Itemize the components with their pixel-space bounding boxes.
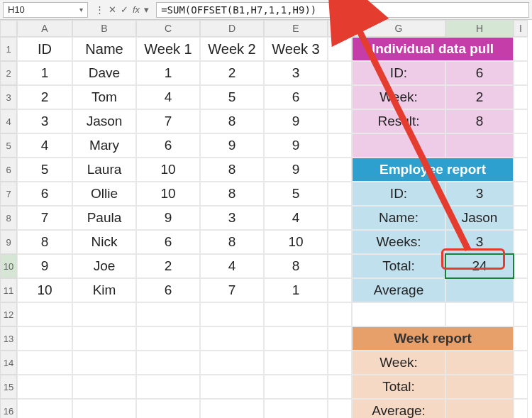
row-header-1[interactable]: 1	[0, 37, 17, 61]
cell-A12[interactable]	[17, 302, 72, 326]
cell-B14[interactable]	[72, 351, 136, 375]
cell-E2[interactable]: 3	[264, 61, 328, 85]
cell-E14[interactable]	[264, 351, 328, 375]
cell-C13[interactable]	[136, 326, 200, 351]
cell-D5[interactable]: 9	[200, 133, 264, 158]
chevron-down-icon[interactable]: ▾	[144, 4, 149, 15]
cell-D11[interactable]: 7	[200, 278, 264, 302]
cell-B5[interactable]: Mary	[72, 133, 136, 158]
cell-F14[interactable]	[328, 351, 352, 375]
cell-F3[interactable]	[328, 85, 352, 109]
cell-E7[interactable]: 5	[264, 182, 328, 206]
cell-A14[interactable]	[17, 351, 72, 375]
select-all-corner[interactable]	[0, 20, 17, 37]
cell-G16[interactable]: Average:	[352, 399, 445, 418]
cell-C16[interactable]	[136, 399, 200, 418]
cell-I5[interactable]	[514, 133, 528, 158]
column-header-F[interactable]: F	[328, 20, 352, 37]
cell-D3[interactable]: 5	[200, 85, 264, 109]
cell-F12[interactable]	[328, 302, 352, 326]
cell-G11[interactable]: Average	[352, 278, 445, 302]
cell-E6[interactable]: 9	[264, 158, 328, 182]
cell-F11[interactable]	[328, 278, 352, 302]
cell-F7[interactable]	[328, 182, 352, 206]
row-header-15[interactable]: 15	[0, 375, 17, 399]
cell-A9[interactable]: 8	[17, 230, 72, 254]
cell-C11[interactable]: 6	[136, 278, 200, 302]
cell-A1[interactable]: ID	[17, 37, 72, 61]
column-header-I[interactable]: I	[514, 20, 528, 37]
row-header-8[interactable]: 8	[0, 206, 17, 230]
cell-G12[interactable]	[352, 302, 445, 326]
column-header-A[interactable]: A	[17, 20, 72, 37]
row-header-3[interactable]: 3	[0, 85, 17, 109]
cell-H10[interactable]: 24	[445, 254, 514, 278]
cell-I11[interactable]	[514, 278, 528, 302]
cell-A11[interactable]: 10	[17, 278, 72, 302]
cell-F2[interactable]	[328, 61, 352, 85]
cell-I14[interactable]	[514, 351, 528, 375]
cell-D14[interactable]	[200, 351, 264, 375]
cell-A13[interactable]	[17, 326, 72, 351]
cell-E8[interactable]: 4	[264, 206, 328, 230]
cell-F6[interactable]	[328, 158, 352, 182]
cell-H5[interactable]	[445, 133, 514, 158]
cell-E16[interactable]	[264, 399, 328, 418]
cell-I1[interactable]	[514, 37, 528, 61]
cell-A15[interactable]	[17, 375, 72, 399]
cell-I16[interactable]	[514, 399, 528, 418]
cell-A6[interactable]: 5	[17, 158, 72, 182]
cell-C3[interactable]: 4	[136, 85, 200, 109]
cell-H16[interactable]	[445, 399, 514, 418]
row-header-10[interactable]: 10	[0, 254, 17, 278]
cell-E11[interactable]: 1	[264, 278, 328, 302]
cell-C10[interactable]: 2	[136, 254, 200, 278]
cell-I3[interactable]	[514, 85, 528, 109]
cell-D15[interactable]	[200, 375, 264, 399]
cell-C8[interactable]: 9	[136, 206, 200, 230]
cell-H7[interactable]: 3	[445, 182, 514, 206]
cell-E5[interactable]: 9	[264, 133, 328, 158]
cell-G2[interactable]: ID:	[352, 61, 445, 85]
cell-G10[interactable]: Total:	[352, 254, 445, 278]
cell-B4[interactable]: Jason	[72, 109, 136, 133]
cell-F8[interactable]	[328, 206, 352, 230]
row-header-6[interactable]: 6	[0, 158, 17, 182]
cell-A3[interactable]: 2	[17, 85, 72, 109]
cell-E4[interactable]: 9	[264, 109, 328, 133]
formula-input[interactable]: =SUM(OFFSET(B1,H7,1,1,H9))	[156, 2, 529, 18]
column-header-E[interactable]: E	[264, 20, 328, 37]
cell-A4[interactable]: 3	[17, 109, 72, 133]
chevron-down-icon[interactable]: ▾	[79, 6, 83, 13]
cell-G6[interactable]: Employee report	[352, 158, 514, 182]
column-header-H[interactable]: H	[445, 20, 514, 37]
cell-A16[interactable]	[17, 399, 72, 418]
cell-G13[interactable]: Week report	[352, 326, 514, 351]
row-header-14[interactable]: 14	[0, 351, 17, 375]
cell-E15[interactable]	[264, 375, 328, 399]
cell-G5[interactable]	[352, 133, 445, 158]
cell-H12[interactable]	[445, 302, 514, 326]
cell-E9[interactable]: 10	[264, 230, 328, 254]
cell-C12[interactable]	[136, 302, 200, 326]
cell-H9[interactable]: 3	[445, 230, 514, 254]
cell-G4[interactable]: Result:	[352, 109, 445, 133]
cell-G8[interactable]: Name:	[352, 206, 445, 230]
cell-A7[interactable]: 6	[17, 182, 72, 206]
cell-B2[interactable]: Dave	[72, 61, 136, 85]
cell-D4[interactable]: 8	[200, 109, 264, 133]
cell-H14[interactable]	[445, 351, 514, 375]
cell-A5[interactable]: 4	[17, 133, 72, 158]
cell-B16[interactable]	[72, 399, 136, 418]
cell-I12[interactable]	[514, 302, 528, 326]
cell-B15[interactable]	[72, 375, 136, 399]
cell-H2[interactable]: 6	[445, 61, 514, 85]
row-header-5[interactable]: 5	[0, 133, 17, 158]
cell-I10[interactable]	[514, 254, 528, 278]
cell-F9[interactable]	[328, 230, 352, 254]
cell-F1[interactable]	[328, 37, 352, 61]
cell-D12[interactable]	[200, 302, 264, 326]
cell-G7[interactable]: ID:	[352, 182, 445, 206]
cell-B12[interactable]	[72, 302, 136, 326]
cell-C6[interactable]: 10	[136, 158, 200, 182]
